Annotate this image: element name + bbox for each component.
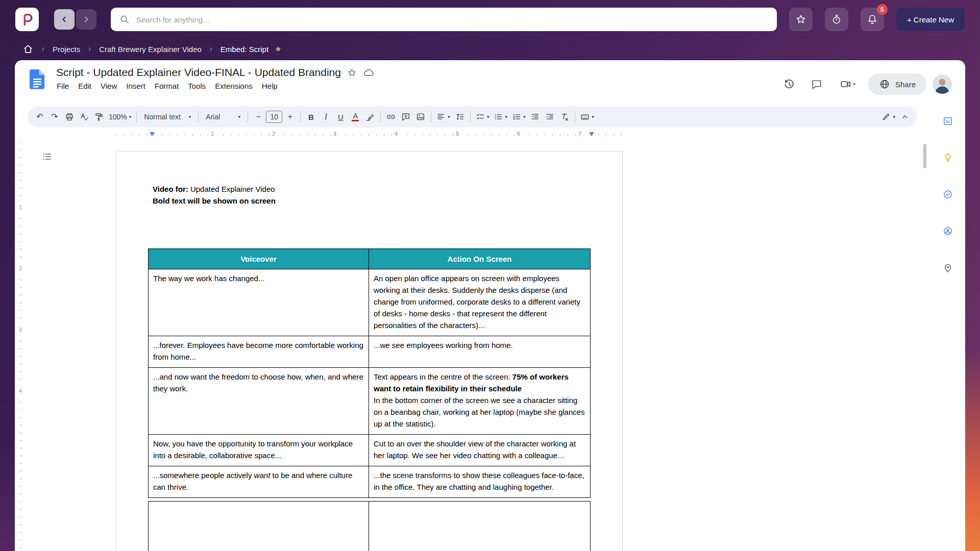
keep-panel-button[interactable] xyxy=(943,152,954,163)
calendar-panel-button[interactable]: 31 xyxy=(943,115,954,127)
hruler-number: 4 xyxy=(393,130,400,137)
forward-button[interactable] xyxy=(76,9,96,30)
paint-format-button[interactable] xyxy=(92,110,106,124)
timer-button[interactable] xyxy=(825,8,848,31)
paragraph-style-select[interactable]: Normal text▾ xyxy=(140,110,195,124)
tasks-panel-button[interactable] xyxy=(943,189,954,200)
font-family-select[interactable]: Arial▾ xyxy=(202,110,244,124)
highlight-color-button[interactable] xyxy=(363,110,377,124)
doc-star-icon[interactable] xyxy=(347,68,357,78)
doc-title[interactable]: Script - Updated Explainer Video-FINAL -… xyxy=(56,66,341,79)
script-cell[interactable]: ...somewhere people actively want to be … xyxy=(149,466,369,498)
share-button[interactable]: Share xyxy=(868,73,926,95)
top-navigation-bar: 5 + Create New xyxy=(0,0,980,39)
breadcrumb-projects[interactable]: Projects xyxy=(53,45,80,54)
script-cell[interactable]: ...we see employees working from home. xyxy=(369,336,591,368)
hide-menus-button[interactable] xyxy=(898,110,912,124)
menu-tools[interactable]: Tools xyxy=(183,80,210,92)
favorites-button[interactable] xyxy=(789,8,813,31)
script-cell[interactable]: ...the scene transforms to show these co… xyxy=(369,466,591,498)
line-spacing-icon xyxy=(455,112,464,121)
italic-button[interactable]: I xyxy=(318,110,333,124)
toolbar-divider xyxy=(431,111,431,122)
back-button[interactable] xyxy=(54,9,75,30)
line-spacing-button[interactable] xyxy=(453,110,467,124)
editing-mode-button[interactable]: ▾ xyxy=(879,110,897,124)
tasks-icon xyxy=(943,189,953,199)
menu-extensions[interactable]: Extensions xyxy=(210,80,257,92)
favorite-star-icon[interactable] xyxy=(275,45,282,53)
docs-menu-bar: FileEditViewInsertFormatToolsExtensionsH… xyxy=(52,80,374,92)
script-cell[interactable] xyxy=(149,502,369,551)
script-cell[interactable]: Now, you have the opportunity to transfo… xyxy=(149,435,369,466)
doc-paragraph[interactable]: Bold text will be shown on screen xyxy=(153,195,622,207)
checklist-icon xyxy=(476,112,485,121)
search-input[interactable] xyxy=(136,15,769,24)
zoom-select[interactable]: 100%▾ xyxy=(107,110,133,124)
insert-image-button[interactable] xyxy=(413,110,428,124)
notifications-button[interactable]: 5 xyxy=(861,8,884,31)
comments-button[interactable] xyxy=(806,73,827,95)
bulleted-list-button[interactable]: ▾ xyxy=(492,110,509,124)
menu-insert[interactable]: Insert xyxy=(121,80,150,92)
input-tools-button[interactable]: ▾ xyxy=(578,110,596,124)
hruler-number: 5 xyxy=(454,130,461,137)
create-new-button[interactable]: + Create New xyxy=(896,8,965,31)
horizontal-ruler[interactable]: 1234567 xyxy=(28,129,917,140)
breadcrumb-project-name[interactable]: Craft Brewery Explainer Video xyxy=(99,45,202,54)
text-color-button[interactable]: A xyxy=(348,110,362,124)
script-row: Now, you have the opportunity to transfo… xyxy=(149,435,591,466)
insert-link-button[interactable] xyxy=(384,110,398,124)
script-cell[interactable]: Text appears in the centre of the screen… xyxy=(369,368,591,435)
add-comment-button[interactable] xyxy=(399,110,413,124)
document-page[interactable]: Video for: Updated Explainer VideoBold t… xyxy=(116,151,623,551)
chevron-down-icon: ▾ xyxy=(129,115,132,119)
increase-font-size-button[interactable]: + xyxy=(283,110,297,124)
document-canvas[interactable]: 1234 Video for: Updated Explainer VideoB… xyxy=(15,140,965,551)
redo-button[interactable]: ↷ xyxy=(47,110,62,124)
maps-panel-button[interactable] xyxy=(943,262,954,273)
script-cell[interactable]: Cut to an over the shoulder view of the … xyxy=(369,435,591,466)
avatar-photo xyxy=(933,74,952,94)
increase-indent-button[interactable] xyxy=(543,110,557,124)
hruler-number: 3 xyxy=(331,130,338,137)
menu-file[interactable]: File xyxy=(52,80,74,92)
breadcrumb: Projects Craft Brewery Explainer Video E… xyxy=(0,39,980,59)
user-avatar[interactable] xyxy=(933,74,952,94)
print-button[interactable] xyxy=(62,110,77,124)
menu-format[interactable]: Format xyxy=(150,80,184,92)
font-size-input[interactable]: 10 xyxy=(266,111,282,123)
underline-button[interactable]: U xyxy=(333,110,348,124)
right-indent-marker[interactable] xyxy=(589,132,594,136)
spell-check-button[interactable] xyxy=(77,110,91,124)
keep-lightbulb-icon xyxy=(943,153,953,163)
checklist-button[interactable]: ▾ xyxy=(474,110,492,124)
home-icon[interactable] xyxy=(22,43,34,55)
contacts-panel-button[interactable] xyxy=(943,226,954,237)
cloud-status-icon[interactable] xyxy=(363,67,374,78)
global-search[interactable] xyxy=(111,8,777,31)
version-history-button[interactable] xyxy=(778,73,800,95)
link-icon xyxy=(386,112,396,121)
script-cell[interactable]: ...forever. Employees have become more c… xyxy=(149,336,369,368)
doc-paragraph[interactable]: Video for: Updated Explainer Video xyxy=(153,183,622,195)
script-cell[interactable] xyxy=(369,502,591,551)
menu-edit[interactable]: Edit xyxy=(74,80,96,92)
menu-help[interactable]: Help xyxy=(257,80,282,92)
script-cell[interactable]: An open plan office appears on screen wi… xyxy=(369,269,591,336)
script-cell[interactable]: The way we work has changed... xyxy=(149,269,369,336)
clear-formatting-button[interactable] xyxy=(557,110,572,124)
script-cell[interactable]: ...and now want the freedom to choose ho… xyxy=(149,368,369,435)
decrease-font-size-button[interactable]: − xyxy=(251,110,265,124)
align-button[interactable]: ▾ xyxy=(434,110,452,124)
bold-button[interactable]: B xyxy=(304,110,318,124)
undo-button[interactable]: ↶ xyxy=(33,110,47,124)
menu-view[interactable]: View xyxy=(96,80,121,92)
numbered-list-button[interactable]: 123▾ xyxy=(510,110,528,124)
decrease-indent-button[interactable] xyxy=(528,110,542,124)
app-logo[interactable] xyxy=(15,8,39,31)
left-indent-marker[interactable] xyxy=(150,132,155,136)
document-outline-button[interactable] xyxy=(41,151,53,162)
vertical-scrollbar[interactable] xyxy=(923,144,926,168)
meet-button[interactable]: ▾ xyxy=(834,73,862,95)
